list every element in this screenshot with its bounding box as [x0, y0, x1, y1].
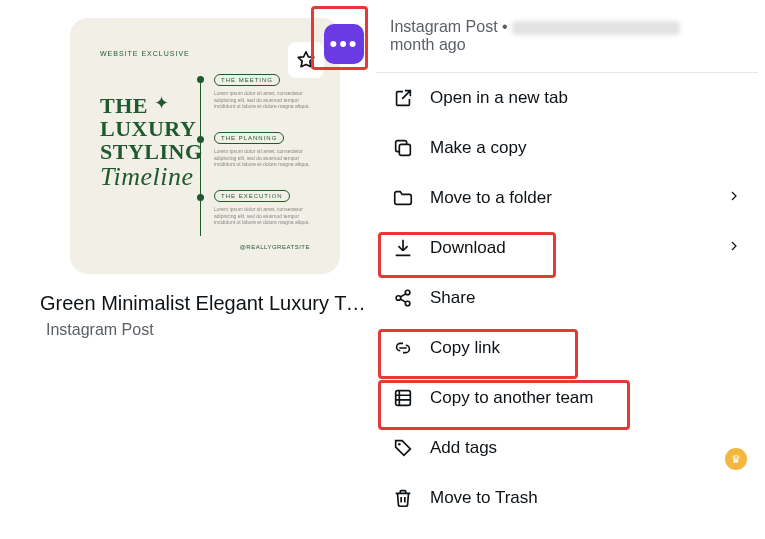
menu-label: Open in a new tab [430, 88, 568, 108]
menu-move-folder[interactable]: Move to a folder [376, 173, 758, 223]
timeline-step: THE EXECUTION [214, 190, 290, 202]
menu-label: Download [430, 238, 506, 258]
design-thumbnail[interactable]: WEBSITE EXCLUSIVE ✦ THE LUXURY STYLING T… [70, 18, 340, 274]
chevron-right-icon [726, 238, 742, 259]
design-subtitle: Instagram Post [46, 321, 370, 339]
chevron-right-icon [726, 188, 742, 209]
crown-badge-icon: ♛ [725, 448, 747, 470]
panel-meta: Instagram Post • month ago [390, 18, 730, 54]
timeline-blurb: Lorem ipsum dolor sit amet, consectetur … [214, 90, 314, 110]
menu-add-tags[interactable]: Add tags [376, 423, 758, 473]
svg-point-3 [405, 301, 410, 306]
team-icon [392, 387, 414, 409]
svg-rect-4 [396, 391, 411, 406]
menu-move-trash[interactable]: Move to Trash [376, 473, 758, 523]
thumb-top-label: WEBSITE EXCLUSIVE [100, 50, 190, 57]
copy-icon [392, 137, 414, 159]
menu-copy-team[interactable]: Copy to another team [376, 373, 758, 423]
menu-make-copy[interactable]: Make a copy [376, 123, 758, 173]
menu-label: Move to Trash [430, 488, 538, 508]
menu-label: Add tags [430, 438, 497, 458]
design-card[interactable]: WEBSITE EXCLUSIVE ✦ THE LUXURY STYLING T… [40, 18, 370, 339]
timeline-dot [197, 136, 204, 143]
redacted-text [512, 21, 680, 35]
folder-icon [392, 187, 414, 209]
timeline-dot [197, 194, 204, 201]
svg-point-2 [405, 290, 410, 295]
svg-point-5 [398, 443, 401, 446]
menu-share[interactable]: Share [376, 273, 758, 323]
design-title: Green Minimalist Elegant Luxury Tim… [40, 292, 370, 315]
star-icon [295, 49, 317, 71]
share-icon [392, 287, 414, 309]
ellipsis-icon: ••• [329, 31, 358, 57]
timeline-line [200, 76, 201, 236]
menu-open-new-tab[interactable]: Open in a new tab [376, 73, 758, 123]
menu-label: Make a copy [430, 138, 526, 158]
timeline-dot [197, 76, 204, 83]
open-external-icon [392, 87, 414, 109]
download-icon [392, 237, 414, 259]
menu-label: Copy link [430, 338, 500, 358]
svg-rect-0 [399, 144, 410, 155]
timeline-blurb: Lorem ipsum dolor sit amet, consectetur … [214, 206, 314, 226]
menu-label: Move to a folder [430, 188, 552, 208]
timeline-step: THE MEETING [214, 74, 280, 86]
link-icon [392, 337, 414, 359]
timeline-blurb: Lorem ipsum dolor sit amet, consectetur … [214, 148, 314, 168]
timeline-step: THE PLANNING [214, 132, 284, 144]
thumb-heading: THE LUXURY STYLING Timeline [100, 94, 203, 191]
menu-copy-link[interactable]: Copy link [376, 323, 758, 373]
star-button[interactable] [288, 42, 324, 78]
trash-icon [392, 487, 414, 509]
more-options-button[interactable]: ••• [324, 24, 364, 64]
menu-download[interactable]: Download [376, 223, 758, 273]
thumb-handle: @REALLYGREATSITE [240, 244, 310, 250]
menu-label: Copy to another team [430, 388, 593, 408]
menu-label: Share [430, 288, 475, 308]
context-menu: Open in a new tab Make a copy Move to a … [376, 72, 758, 523]
tag-icon [392, 437, 414, 459]
